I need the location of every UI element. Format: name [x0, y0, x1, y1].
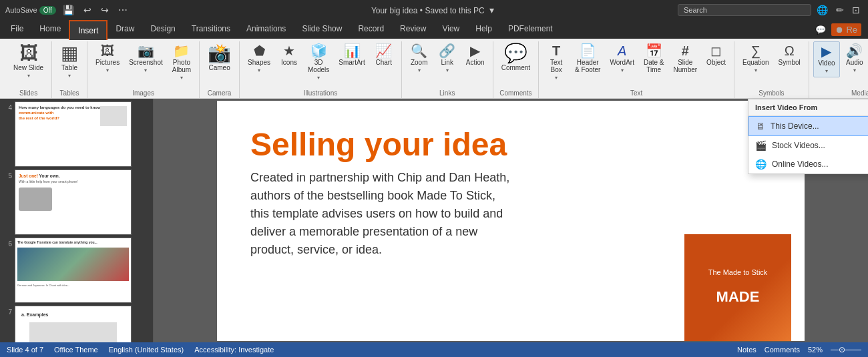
object-button[interactable]: ◻ Object	[702, 41, 730, 69]
slides-group-label: Slides	[19, 89, 37, 98]
notes-button[interactable]: Notes	[737, 346, 756, 354]
undo-icon[interactable]: ↩	[81, 3, 94, 17]
this-device-option[interactable]: 🖥 This Device...	[748, 116, 868, 136]
cameo-button[interactable]: 📸 Cameo	[204, 41, 235, 74]
action-icon: ▶	[470, 44, 480, 57]
object-icon: ◻	[710, 44, 722, 57]
photo-album-button[interactable]: 📁 PhotoAlbum ▾	[168, 41, 195, 83]
equation-arrow: ▾	[754, 67, 757, 73]
chart-button[interactable]: 📈 Chart	[371, 41, 397, 69]
redo-icon[interactable]: ↪	[98, 3, 112, 17]
tables-group-label: Tables	[60, 89, 79, 98]
more-icon[interactable]: ⋯	[116, 3, 130, 17]
wordart-arrow: ▾	[621, 67, 624, 73]
slide-number-button[interactable]: # SlideNumber	[670, 41, 702, 76]
tab-pdfelement[interactable]: PDFelement	[500, 20, 561, 39]
status-right: Notes Comments 52% —⊙——	[737, 345, 861, 354]
ribbon-group-illustrations: ⬟ Shapes ▾ ★ Icons 🧊 3DModels ▾ 📊 SmartA…	[240, 41, 402, 98]
new-slide-button[interactable]: 🖼 New Slide ▾	[9, 41, 47, 81]
zoom-icon: 🔍	[411, 44, 427, 57]
screenshot-button[interactable]: 📷 Screenshot ▾	[125, 41, 167, 76]
header-footer-button[interactable]: 📄 Header& Footer	[571, 41, 604, 76]
cameo-icon: 📸	[208, 44, 231, 63]
slide-item-7[interactable]: 7 a. Examples	[3, 306, 150, 342]
slide-item-4[interactable]: 4 How many languages do you need to know…	[3, 101, 150, 167]
tab-file[interactable]: File	[3, 20, 31, 39]
tab-review[interactable]: Review	[392, 20, 434, 39]
3d-models-arrow: ▾	[317, 75, 320, 81]
tab-design[interactable]: Design	[142, 20, 183, 39]
smartart-button[interactable]: 📊 SmartArt	[335, 41, 369, 69]
video-button[interactable]: ▶ Video ▾	[813, 41, 840, 77]
tab-help[interactable]: Help	[467, 20, 500, 39]
tab-slideshow[interactable]: Slide Show	[294, 20, 350, 39]
share-icon[interactable]: 🌐	[814, 3, 831, 17]
date-time-button[interactable]: 📅 Date &Time	[640, 41, 668, 76]
slide-item-5[interactable]: 5 Just one! Your own. With a little help…	[3, 169, 150, 235]
equation-icon: ∑	[751, 44, 761, 57]
ribbon-group-slides: 🖼 New Slide ▾ Slides	[5, 41, 52, 98]
pictures-icon: 🖼	[101, 44, 114, 57]
search-input[interactable]: Search	[678, 4, 811, 16]
video-arrow: ▾	[825, 68, 828, 74]
slide-thumb-5[interactable]: Just one! Your own. With a little help f…	[15, 169, 132, 235]
icons-button[interactable]: ★ Icons	[276, 41, 302, 69]
recording-indicator: ⏺ Re	[831, 23, 861, 36]
slide-item-6[interactable]: 6 The Google Translate can translate any…	[3, 238, 150, 303]
audio-button[interactable]: 🔊 Audio ▾	[841, 41, 868, 76]
comment-icon: 💬	[504, 44, 527, 63]
ribbon-group-media: ▶ Video ▾ 🔊 Audio ▾ ⏺ ScreenRecording Me…	[809, 41, 868, 98]
theme-info: Office Theme	[54, 346, 98, 354]
tab-draw[interactable]: Draw	[107, 20, 142, 39]
window-icon[interactable]: ⊡	[849, 3, 863, 17]
tab-animations[interactable]: Animations	[238, 20, 294, 39]
tab-record[interactable]: Record	[350, 20, 392, 39]
shapes-button[interactable]: ⬟ Shapes ▾	[244, 41, 274, 76]
save-icon[interactable]: 💾	[60, 3, 77, 17]
symbols-buttons: ∑ Equation ▾ Ω Symbol	[738, 41, 805, 89]
tab-home[interactable]: Home	[31, 20, 69, 39]
this-device-label: This Device...	[771, 121, 819, 131]
text-box-button[interactable]: T TextBox ▾	[543, 41, 570, 83]
images-buttons: 🖼 Pictures ▾ 📷 Screenshot ▾ 📁 PhotoAlbum…	[91, 41, 195, 89]
slide-canvas: Selling your idea Created in partnership…	[217, 101, 805, 341]
tab-insert[interactable]: Insert	[69, 20, 107, 40]
links-group-label: Links	[439, 89, 455, 98]
symbol-icon: Ω	[785, 44, 795, 57]
ribbon-group-images: 🖼 Pictures ▾ 📷 Screenshot ▾ 📁 PhotoAlbum…	[87, 41, 200, 98]
zoom-slider[interactable]: —⊙——	[831, 345, 861, 354]
slide-thumb-7[interactable]: a. Examples	[15, 306, 132, 342]
pictures-button[interactable]: 🖼 Pictures ▾	[91, 41, 124, 76]
stock-videos-option[interactable]: 🎬 Stock Videos...	[748, 136, 868, 155]
slides-buttons: 🖼 New Slide ▾	[9, 41, 47, 89]
slide-thumb-4[interactable]: How many languages do you need to know t…	[15, 101, 132, 167]
shapes-icon: ⬟	[254, 44, 265, 57]
link-button[interactable]: 🔗 Link ▾	[434, 41, 461, 76]
tab-transitions[interactable]: Transitions	[184, 20, 238, 39]
slide-number-5: 5	[3, 172, 12, 180]
wordart-button[interactable]: A WordArt ▾	[606, 41, 638, 76]
action-button[interactable]: ▶ Action	[462, 41, 489, 69]
accessibility-info[interactable]: Accessibility: Investigate	[194, 346, 274, 354]
media-buttons: ▶ Video ▾ 🔊 Audio ▾ ⏺ ScreenRecording	[813, 41, 868, 89]
device-icon: 🖥	[756, 121, 765, 131]
slide-thumb-6[interactable]: The Google Translate can translate anyth…	[15, 238, 132, 303]
date-time-icon: 📅	[646, 44, 662, 57]
autosave-badge: AutoSave Off	[5, 6, 56, 15]
table-button[interactable]: ▦ Table ▾	[56, 41, 83, 81]
ribbon-collapse-icon[interactable]: 💬	[813, 23, 829, 36]
slide-panel[interactable]: 4 How many languages do you need to know…	[0, 99, 154, 342]
symbol-button[interactable]: Ω Symbol	[775, 41, 805, 69]
new-slide-arrow: ▾	[27, 73, 30, 79]
comments-button[interactable]: Comments	[765, 346, 800, 354]
comment-button[interactable]: 💬 Comment	[497, 41, 534, 74]
pen-icon[interactable]: ✏	[833, 3, 847, 17]
book-cover-image: The Made to Stick MADE	[684, 234, 791, 341]
title-dropdown-icon[interactable]: ▾	[487, 3, 497, 17]
3d-models-button[interactable]: 🧊 3DModels ▾	[304, 41, 333, 83]
autosave-toggle[interactable]: Off	[39, 6, 56, 15]
zoom-button[interactable]: 🔍 Zoom ▾	[406, 41, 433, 76]
online-videos-option[interactable]: 🌐 Online Videos...	[748, 155, 868, 173]
tab-view[interactable]: View	[434, 20, 467, 39]
equation-button[interactable]: ∑ Equation ▾	[738, 41, 773, 76]
